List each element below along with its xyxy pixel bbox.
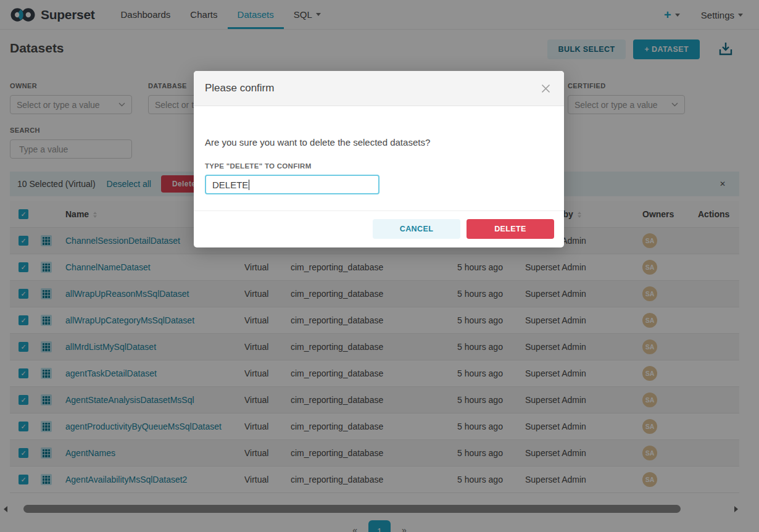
confirm-type-label: TYPE "DELETE" TO CONFIRM (205, 162, 553, 170)
cancel-button[interactable]: CANCEL (373, 219, 460, 239)
input-value: DELETE (212, 180, 248, 190)
modal-title: Please confirm (205, 82, 274, 94)
delete-confirm-input[interactable]: DELETE (205, 175, 380, 194)
modal-header: Please confirm (194, 71, 564, 106)
modal-body: Are you sure you want to delete the sele… (194, 137, 564, 194)
modal-close-button[interactable] (539, 81, 553, 96)
text-cursor (249, 180, 249, 190)
close-icon (541, 84, 550, 93)
delete-button[interactable]: DELETE (467, 219, 554, 239)
confirm-message: Are you sure you want to delete the sele… (205, 137, 553, 148)
modal-footer: CANCEL DELETE (194, 210, 564, 247)
confirm-delete-modal: Please confirm Are you sure you want to … (194, 71, 564, 247)
